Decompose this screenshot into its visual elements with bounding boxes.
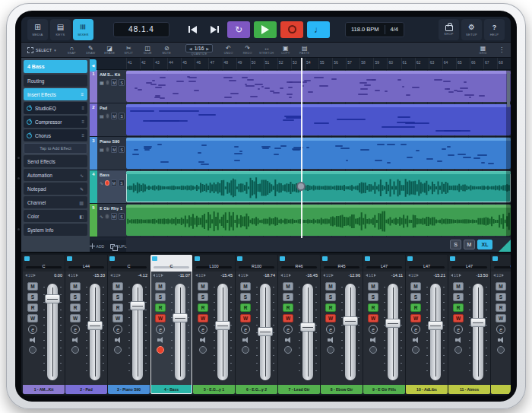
stereo-io-control[interactable]: 1/2 [280, 274, 291, 278]
pan-slider[interactable]: L47 [409, 263, 445, 270]
record-arm-button[interactable] [106, 80, 110, 85]
more-menu-icon[interactable]: ⋮ [499, 46, 505, 53]
record-arm-button[interactable] [242, 346, 249, 354]
inspector-collapse-button[interactable]: ◀ [90, 59, 97, 71]
solo-button[interactable]: S [198, 293, 208, 301]
tool-button[interactable]: ↷ REDO [239, 45, 256, 55]
volume-fader[interactable] [298, 282, 318, 382]
fader-cap[interactable] [258, 327, 273, 336]
solo-button[interactable]: S [119, 213, 125, 220]
write-automation-button[interactable]: W [283, 314, 293, 322]
mute-button[interactable]: M [496, 282, 506, 291]
fader-cap[interactable] [87, 321, 103, 330]
read-automation-button[interactable]: R [240, 303, 251, 312]
clip-region[interactable] [126, 104, 511, 135]
fader-cap[interactable] [130, 301, 145, 310]
strip-name-label[interactable]: 3 - Piano S90 [108, 385, 150, 394]
output-icon[interactable] [199, 336, 207, 344]
output-icon[interactable] [71, 336, 80, 344]
stereo-io-control[interactable]: 1/2 [110, 274, 121, 278]
goto-start-button[interactable] [183, 21, 201, 38]
fader-cap[interactable] [300, 322, 315, 332]
output-icon[interactable] [327, 336, 335, 344]
mute-button[interactable]: M [111, 213, 117, 220]
mute-button[interactable]: M [198, 282, 208, 291]
strip-name-label[interactable]: 6 - E.G...y 2 [236, 385, 277, 394]
pan-slider[interactable]: L47 [366, 263, 402, 270]
nav-button[interactable]: SHOP [439, 19, 459, 40]
stereo-io-control[interactable]: 1/2 [366, 274, 376, 278]
pan-slider[interactable]: C [154, 263, 189, 270]
io-indicator[interactable] [365, 256, 370, 261]
track-header[interactable]: 4 Bass ∿ M S [90, 170, 126, 204]
quantize-increase-icon[interactable]: ▶ [206, 46, 209, 51]
nav-button[interactable]: MEDIA [27, 19, 48, 40]
pan-slider[interactable]: C [494, 263, 511, 270]
tool-button[interactable]: ↶ UNDO [220, 45, 237, 55]
io-indicator[interactable] [407, 256, 413, 261]
strip-name-label[interactable]: 4 - Bass [150, 385, 192, 394]
io-indicator[interactable] [237, 256, 242, 261]
solo-button[interactable]: S [27, 293, 38, 301]
mute-button[interactable]: M [111, 79, 117, 86]
strip-name-label[interactable]: 2 - Pad [65, 385, 107, 394]
eq-button[interactable]: e [28, 325, 37, 334]
inspector-item-routing[interactable]: Routing [24, 75, 87, 87]
effect-slot[interactable]: StudioEQ ≡ [24, 102, 87, 114]
solo-button[interactable]: S [119, 79, 125, 86]
output-icon[interactable] [284, 336, 293, 344]
volume-fader[interactable] [255, 282, 275, 382]
eq-button[interactable]: e [156, 325, 165, 334]
add-track-button[interactable]: ADD [90, 243, 105, 249]
duplicate-track-button[interactable]: DUPL [110, 244, 126, 249]
volume-fader[interactable] [340, 282, 360, 382]
pan-slider[interactable]: C [111, 263, 147, 270]
write-automation-button[interactable]: W [198, 314, 208, 322]
stereo-io-control[interactable]: 1/2 [493, 274, 504, 278]
mute-button[interactable]: M [111, 113, 117, 119]
track-height-m-button[interactable]: M [464, 240, 475, 249]
stereo-io-control[interactable]: 1/2 [451, 274, 461, 278]
inspector-item[interactable]: Automation ∿ [24, 169, 87, 181]
write-automation-button[interactable]: W [496, 314, 506, 322]
mute-button[interactable]: M [155, 282, 166, 291]
mute-button[interactable]: M [111, 146, 117, 153]
solo-button[interactable]: S [368, 293, 378, 301]
write-automation-button[interactable]: W [368, 314, 378, 322]
nav-button[interactable]: HELP [484, 19, 505, 40]
write-automation-button[interactable]: W [410, 314, 421, 322]
eq-button[interactable]: e [411, 325, 420, 334]
write-automation-button[interactable]: W [155, 314, 166, 322]
mute-button[interactable]: M [111, 179, 117, 186]
mute-button[interactable]: M [368, 282, 378, 291]
stereo-io-control[interactable]: 1/2 [323, 274, 334, 278]
io-indicator[interactable] [492, 256, 498, 261]
write-automation-button[interactable]: W [453, 314, 464, 322]
record-arm-button[interactable] [412, 346, 420, 354]
strip-name-label[interactable]: 5 - E.G...y 1 [193, 385, 235, 394]
tool-button[interactable]: ✂ SPLIT [120, 45, 138, 55]
play-button[interactable] [254, 21, 277, 38]
cycle-button[interactable]: ↻ [227, 21, 250, 38]
effect-menu-icon[interactable]: ≡ [81, 133, 84, 138]
record-arm-button[interactable] [369, 346, 377, 354]
nav-button[interactable]: KEYS [50, 19, 71, 40]
clip-region[interactable] [126, 71, 511, 102]
pan-slider[interactable]: C [26, 263, 62, 270]
tempo-display[interactable]: 118.0 BPM 4/4 [345, 22, 404, 37]
timeline-ruler[interactable]: 41 42 43 44 45 46 [126, 58, 511, 70]
record-arm-button[interactable] [106, 147, 110, 152]
volume-fader[interactable] [426, 282, 445, 382]
volume-fader[interactable] [85, 282, 105, 382]
volume-fader[interactable] [128, 282, 147, 382]
stereo-io-control[interactable]: 1/2 [238, 274, 249, 278]
effect-menu-icon[interactable]: ≡ [81, 119, 84, 124]
pan-slider[interactable]: L47 [451, 263, 487, 270]
effect-slot[interactable]: Chorus ≡ [24, 129, 87, 141]
clip-region[interactable] [126, 138, 511, 169]
fader-cap[interactable] [45, 294, 60, 303]
track-header[interactable]: 1 AM S... Kit ▦ M S [90, 70, 126, 103]
write-automation-button[interactable]: W [70, 314, 81, 322]
record-arm-button[interactable] [454, 346, 462, 354]
output-icon[interactable] [497, 336, 505, 344]
